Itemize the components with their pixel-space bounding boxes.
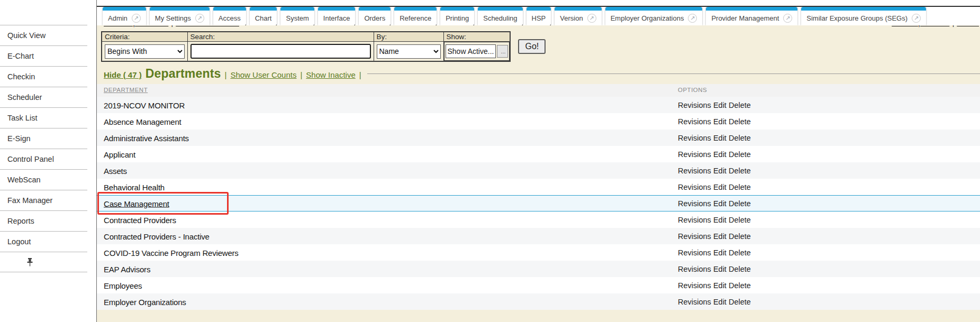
edit-link[interactable]: Edit xyxy=(713,298,727,306)
table-row[interactable]: 2019-NCOV MONITOR Revisions Edit Delete xyxy=(97,97,980,113)
delete-link[interactable]: Delete xyxy=(729,216,751,224)
revisions-link[interactable]: Revisions xyxy=(678,216,711,224)
edit-link[interactable]: Edit xyxy=(713,134,727,142)
sidebar-item-quick-view[interactable]: Quick View xyxy=(0,25,87,45)
show-inactive-link[interactable]: Show Inactive xyxy=(306,70,355,79)
search-input[interactable] xyxy=(190,44,371,59)
table-row[interactable]: Applicant Revisions Edit Delete xyxy=(97,146,980,162)
delete-link[interactable]: Delete xyxy=(729,101,751,109)
edit-link[interactable]: Edit xyxy=(713,199,727,208)
delete-link[interactable]: Delete xyxy=(729,298,751,306)
tab-label: Interface xyxy=(323,14,350,22)
edit-link[interactable]: Edit xyxy=(713,183,727,191)
delete-link[interactable]: Delete xyxy=(729,167,751,175)
show-filter-more-button[interactable]: ... xyxy=(497,45,508,58)
tab-label: Chart xyxy=(255,14,272,22)
tab-system[interactable]: System xyxy=(280,7,314,25)
table-row[interactable]: EAP Advisors Revisions Edit Delete xyxy=(97,261,980,277)
table-row[interactable]: Employer Organizations Revisions Edit De… xyxy=(97,293,980,310)
revisions-link[interactable]: Revisions xyxy=(678,265,711,273)
delete-link[interactable]: Delete xyxy=(729,117,751,126)
tab-scheduling[interactable]: Scheduling xyxy=(478,7,522,25)
revisions-link[interactable]: Revisions xyxy=(678,232,711,241)
sidebar-item-reports[interactable]: Reports xyxy=(0,210,87,231)
tab-my-settings[interactable]: My Settings ↗ xyxy=(150,7,210,25)
table-row[interactable]: Case Management Revisions Edit Delete xyxy=(97,195,980,211)
revisions-link[interactable]: Revisions xyxy=(678,199,711,208)
table-row[interactable]: Behavioral Health Revisions Edit Delete xyxy=(97,179,980,195)
revisions-link[interactable]: Revisions xyxy=(678,101,711,109)
department-name: Applicant xyxy=(104,150,135,159)
table-row[interactable]: Contracted Providers Revisions Edit Dele… xyxy=(97,211,980,228)
tab-interface[interactable]: Interface xyxy=(318,7,356,25)
tab-hsp[interactable]: HSP xyxy=(527,7,551,25)
delete-link[interactable]: Delete xyxy=(729,281,751,290)
sidebar-item-webscan[interactable]: WebScan xyxy=(0,169,87,190)
sidebar-item-scheduler[interactable]: Scheduler xyxy=(0,87,87,107)
table-row[interactable]: Assets Revisions Edit Delete xyxy=(97,162,980,179)
show-filter-value[interactable]: Show Active... xyxy=(446,44,496,58)
tab-similar-exposure-groups-segs[interactable]: Similar Exposure Groups (SEGs) ↗ xyxy=(801,7,926,25)
sidebar-item-task-list[interactable]: Task List xyxy=(0,107,87,128)
tab-admin[interactable]: Admin ↗ xyxy=(103,7,146,25)
edit-link[interactable]: Edit xyxy=(713,249,727,257)
tab-employer-organizations[interactable]: Employer Organizations ↗ xyxy=(605,7,703,25)
tab-reference[interactable]: Reference xyxy=(394,7,437,25)
department-name: 2019-NCOV MONITOR xyxy=(104,100,185,109)
department-sort-header[interactable]: DEPARTMENT xyxy=(104,87,148,93)
revisions-link[interactable]: Revisions xyxy=(678,298,711,306)
edit-link[interactable]: Edit xyxy=(713,117,727,126)
revisions-link[interactable]: Revisions xyxy=(678,249,711,257)
revisions-link[interactable]: Revisions xyxy=(678,281,711,290)
tab-version[interactable]: Version ↗ xyxy=(555,7,601,25)
tab-access[interactable]: Access xyxy=(213,7,246,25)
sidebar-item-fax-manager[interactable]: Fax Manager xyxy=(0,190,87,210)
delete-link[interactable]: Delete xyxy=(729,183,751,191)
edit-link[interactable]: Edit xyxy=(713,167,727,175)
edit-link[interactable]: Edit xyxy=(713,216,727,224)
sidebar-item-e-sign[interactable]: E-Sign xyxy=(0,128,87,149)
revisions-link[interactable]: Revisions xyxy=(678,134,711,142)
table-row[interactable]: Employees Revisions Edit Delete xyxy=(97,277,980,293)
hide-count-link[interactable]: Hide ( 47 ) xyxy=(104,70,142,79)
edit-link[interactable]: Edit xyxy=(713,232,727,241)
sidebar-item-logout[interactable]: Logout xyxy=(0,231,87,252)
sidebar-item-checkin[interactable]: Checkin xyxy=(0,66,87,87)
edit-link[interactable]: Edit xyxy=(713,101,727,109)
sidebar-pin-toggle[interactable] xyxy=(0,252,87,272)
show-user-counts-link[interactable]: Show User Counts xyxy=(230,70,296,79)
go-button[interactable]: Go! xyxy=(518,39,546,54)
revisions-link[interactable]: Revisions xyxy=(678,117,711,126)
department-name: Absence Management xyxy=(104,117,182,126)
table-row[interactable]: Absence Management Revisions Edit Delete xyxy=(97,113,980,130)
sidebar-item-control-panel[interactable]: Control Panel xyxy=(0,149,87,169)
tab-orders[interactable]: Orders xyxy=(359,7,391,25)
table-row[interactable]: Administrative Assistants Revisions Edit… xyxy=(97,130,980,146)
tab-chart[interactable]: Chart xyxy=(250,7,277,25)
delete-link[interactable]: Delete xyxy=(729,150,751,159)
revisions-link[interactable]: Revisions xyxy=(678,167,711,175)
edit-link[interactable]: Edit xyxy=(713,281,727,290)
delete-link[interactable]: Delete xyxy=(729,232,751,241)
external-link-icon: ↗ xyxy=(783,14,792,23)
edit-link[interactable]: Edit xyxy=(713,150,727,159)
table-row[interactable]: Contracted Providers - Inactive Revision… xyxy=(97,228,980,244)
delete-link[interactable]: Delete xyxy=(729,199,751,208)
delete-link[interactable]: Delete xyxy=(729,134,751,142)
row-options: Revisions Edit Delete xyxy=(678,249,751,257)
table-row[interactable]: COVID-19 Vaccine Program Reviewers Revis… xyxy=(97,244,980,261)
revisions-link[interactable]: Revisions xyxy=(678,150,711,159)
tab-label: Reference xyxy=(400,14,431,22)
tab-provider-management[interactable]: Provider Management ↗ xyxy=(706,7,797,25)
sidebar-item-e-chart[interactable]: E-Chart xyxy=(0,45,87,66)
section-separator: | xyxy=(300,70,302,79)
edit-link[interactable]: Edit xyxy=(713,265,727,273)
by-select[interactable]: Name xyxy=(377,44,441,59)
tab-label: Access xyxy=(219,14,241,22)
delete-link[interactable]: Delete xyxy=(729,249,751,257)
criteria-select[interactable]: Begins With xyxy=(105,44,185,59)
tab-printing[interactable]: Printing xyxy=(440,7,474,25)
revisions-link[interactable]: Revisions xyxy=(678,183,711,191)
delete-link[interactable]: Delete xyxy=(729,265,751,273)
external-link-icon: ↗ xyxy=(912,14,921,23)
